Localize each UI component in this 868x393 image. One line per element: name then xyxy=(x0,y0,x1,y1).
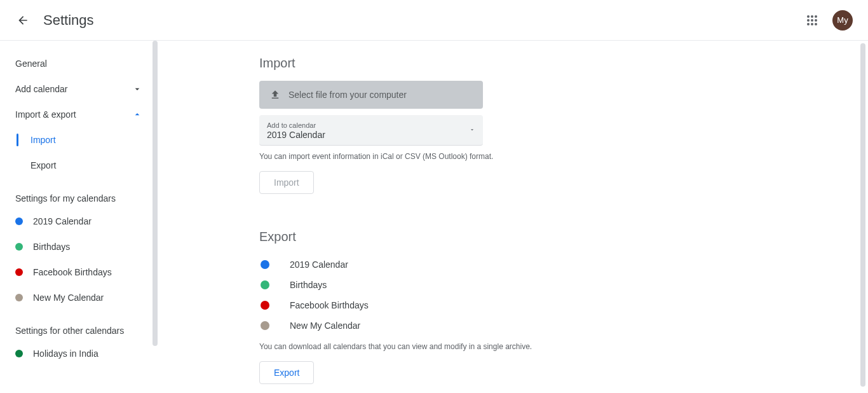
sidebar-section-othercalendars: Settings for other calendars xyxy=(0,310,158,341)
calendar-color-dot xyxy=(15,243,23,251)
export-section: Export 2019 CalendarBirthdaysFacebook Bi… xyxy=(259,230,615,384)
export-calendar-item: Facebook Birthdays xyxy=(259,295,615,315)
other-calendars-list: Holidays in India xyxy=(0,341,158,366)
calendar-name: Holidays in India xyxy=(33,348,98,359)
calendar-name: New My Calendar xyxy=(33,293,104,303)
sidebar-sub-label: Export xyxy=(31,160,56,170)
svg-point-8 xyxy=(815,23,817,25)
calendar-name: Birthdays xyxy=(33,242,70,252)
account-avatar[interactable]: My xyxy=(832,10,853,31)
body: General Add calendar Import & export Imp… xyxy=(0,41,868,393)
export-button[interactable]: Export xyxy=(259,361,314,384)
sidebar-calendar-item[interactable]: New My Calendar xyxy=(0,285,158,310)
export-title: Export xyxy=(259,230,615,244)
svg-point-1 xyxy=(811,15,813,18)
calendar-name: Facebook Birthdays xyxy=(33,267,112,277)
calendar-name: New My Calendar xyxy=(290,321,360,331)
header-right: My xyxy=(799,8,858,33)
sidebar-label: Add calendar xyxy=(15,84,68,94)
main-content: Import Select file from your computer Ad… xyxy=(158,41,868,393)
apps-grid-icon xyxy=(806,15,818,26)
calendar-name: Birthdays xyxy=(290,280,327,290)
sidebar-label: General xyxy=(15,59,47,69)
sidebar-sub-export[interactable]: Export xyxy=(17,153,158,178)
export-calendar-item: 2019 Calendar xyxy=(259,254,615,275)
sidebar-sub: Import Export xyxy=(17,127,158,178)
sidebar: General Add calendar Import & export Imp… xyxy=(0,41,158,393)
google-apps-button[interactable] xyxy=(799,8,825,33)
sidebar-sub-label: Import xyxy=(31,135,56,145)
calendar-color-dot xyxy=(261,321,269,330)
sidebar-item-general[interactable]: General xyxy=(0,51,158,76)
import-title: Import xyxy=(259,56,615,71)
sidebar-calendar-item[interactable]: Birthdays xyxy=(0,234,158,259)
app-header: Settings My xyxy=(0,0,868,41)
sidebar-section-mycalendars: Settings for my calendars xyxy=(0,178,158,209)
main-scrollbar[interactable] xyxy=(860,43,865,387)
calendar-color-dot xyxy=(261,301,269,310)
calendar-color-dot xyxy=(15,350,23,357)
svg-point-7 xyxy=(811,23,813,25)
export-calendar-list: 2019 CalendarBirthdaysFacebook Birthdays… xyxy=(259,254,615,336)
select-file-label: Select file from your computer xyxy=(288,90,407,100)
export-calendar-item: Birthdays xyxy=(259,275,615,295)
calendar-color-dot xyxy=(15,217,23,225)
import-help-text: You can import event information in iCal… xyxy=(259,152,615,161)
calendar-color-dot xyxy=(15,268,23,276)
calendar-name: Facebook Birthdays xyxy=(290,300,369,310)
sidebar-calendar-item[interactable]: Facebook Birthdays xyxy=(0,259,158,285)
sidebar-scrollbar[interactable] xyxy=(153,41,158,346)
upload-icon xyxy=(269,89,281,100)
caret-down-icon xyxy=(469,127,475,133)
my-calendars-list: 2019 CalendarBirthdaysFacebook Birthdays… xyxy=(0,209,158,310)
sidebar-sub-import[interactable]: Import xyxy=(17,127,158,153)
calendar-color-dot xyxy=(261,260,269,269)
svg-point-6 xyxy=(807,23,810,25)
calendar-color-dot xyxy=(15,294,23,301)
sidebar-item-add-calendar[interactable]: Add calendar xyxy=(0,76,158,102)
sidebar-calendar-item[interactable]: Holidays in India xyxy=(0,341,158,366)
svg-point-5 xyxy=(815,19,817,22)
arrow-left-icon xyxy=(17,14,29,27)
select-file-button[interactable]: Select file from your computer xyxy=(259,81,483,109)
page-title: Settings xyxy=(43,12,94,29)
dropdown-value: 2019 Calendar xyxy=(267,130,475,140)
export-help-text: You can download all calendars that you … xyxy=(259,342,615,351)
sidebar-item-import-export[interactable]: Import & export xyxy=(0,102,158,127)
dropdown-label: Add to calendar xyxy=(267,121,475,129)
import-section: Import Select file from your computer Ad… xyxy=(259,56,615,194)
add-to-calendar-dropdown[interactable]: Add to calendar 2019 Calendar xyxy=(259,115,483,146)
chevron-down-icon xyxy=(132,84,142,94)
svg-point-4 xyxy=(811,19,813,22)
svg-point-2 xyxy=(815,15,817,18)
calendar-name: 2019 Calendar xyxy=(290,259,348,270)
svg-point-3 xyxy=(807,19,810,22)
back-button[interactable] xyxy=(10,8,36,33)
calendar-color-dot xyxy=(261,280,269,289)
sidebar-label: Import & export xyxy=(15,109,76,120)
svg-point-0 xyxy=(807,15,810,18)
chevron-up-icon xyxy=(132,109,142,120)
sidebar-calendar-item[interactable]: 2019 Calendar xyxy=(0,209,158,234)
calendar-name: 2019 Calendar xyxy=(33,216,92,226)
import-button[interactable]: Import xyxy=(259,171,314,194)
export-calendar-item: New My Calendar xyxy=(259,315,615,336)
header-left: Settings xyxy=(10,8,94,33)
